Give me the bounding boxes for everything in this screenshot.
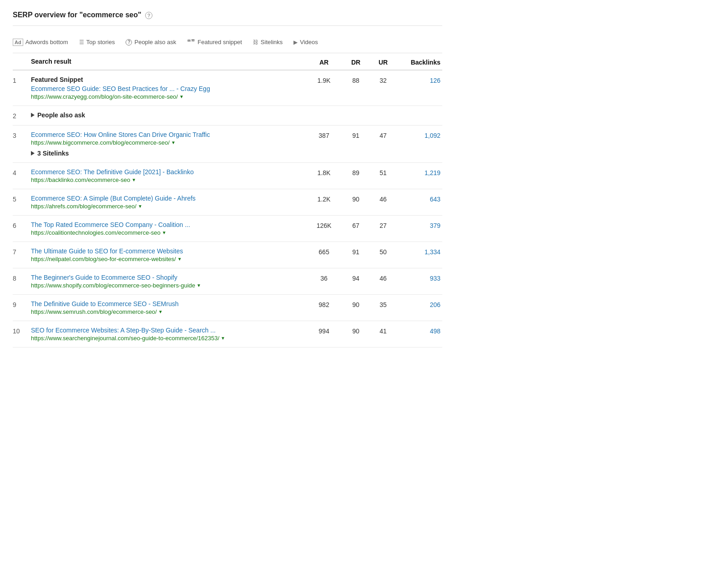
col-ar — [306, 111, 342, 112]
col-dr: 94 — [342, 274, 369, 282]
result-cell: Ecommerce SEO: The Definitive Guide [202… — [31, 168, 306, 183]
col-ur: 51 — [369, 168, 397, 176]
backlinks-link[interactable]: 379 — [430, 222, 440, 229]
header-search-result: Search result — [31, 58, 306, 66]
col-backlinks: 126 — [397, 76, 442, 84]
result-cell: Featured Snippet Ecommerce SEO Guide: SE… — [31, 76, 306, 100]
url-dropdown-icon[interactable]: ▼ — [197, 283, 201, 288]
col-ar: 126K — [306, 221, 342, 229]
url-dropdown-icon[interactable]: ▼ — [221, 336, 225, 341]
result-title-link[interactable]: Ecommerce SEO: A Simple (But Complete) G… — [31, 195, 306, 202]
people-also-ask-icon: ? — [126, 39, 132, 45]
filter-label-adwords: Adwords bottom — [25, 39, 68, 45]
url-dropdown-icon[interactable]: ▼ — [158, 309, 163, 314]
table-row: 6 The Top Rated Ecommerce SEO Company - … — [13, 216, 442, 242]
filter-sitelinks[interactable]: ⛓ Sitelinks — [253, 39, 283, 45]
backlinks-link[interactable]: 1,219 — [425, 169, 440, 176]
result-url: https://ahrefs.com/blog/ecommerce-seo/ ▼ — [31, 203, 306, 210]
col-backlinks: 206 — [397, 300, 442, 308]
table-row: 8 The Beginner's Guide to Ecommerce SEO … — [13, 268, 442, 295]
col-backlinks: 933 — [397, 274, 442, 282]
table-row: 7 The Ultimate Guide to SEO for E-commer… — [13, 242, 442, 268]
col-backlinks: 379 — [397, 221, 442, 229]
filters-bar: Ad Adwords bottom ☰ Top stories ? People… — [13, 33, 442, 53]
sitelinks-icon: ⛓ — [253, 39, 258, 45]
filter-adwords-bottom[interactable]: Ad Adwords bottom — [13, 39, 68, 46]
url-dropdown-icon[interactable]: ▼ — [131, 177, 136, 182]
row-num: 9 — [13, 300, 31, 308]
result-title-link[interactable]: The Beginner's Guide to Ecommerce SEO - … — [31, 274, 306, 281]
url-dropdown-icon[interactable]: ▼ — [138, 204, 142, 209]
backlinks-link[interactable]: 1,334 — [425, 248, 440, 256]
filter-videos[interactable]: ▶ Videos — [293, 39, 318, 45]
backlinks-link[interactable]: 206 — [430, 301, 440, 308]
header-backlinks: Backlinks — [397, 58, 442, 66]
col-backlinks: 643 — [397, 195, 442, 203]
col-ar: 982 — [306, 300, 342, 308]
result-title-link[interactable]: Ecommerce SEO Guide: SEO Best Practices … — [31, 85, 306, 92]
filter-label-videos: Videos — [300, 39, 318, 45]
result-cell: Ecommerce SEO: A Simple (But Complete) G… — [31, 195, 306, 210]
result-title-link[interactable]: SEO for Ecommerce Websites: A Step-By-St… — [31, 327, 306, 334]
filter-top-stories[interactable]: ☰ Top stories — [79, 39, 115, 45]
col-ur: 46 — [369, 195, 397, 203]
backlinks-link[interactable]: 933 — [430, 275, 440, 282]
col-dr: 91 — [342, 247, 369, 256]
table-row: 1 Featured Snippet Ecommerce SEO Guide: … — [13, 70, 442, 106]
col-ar: 36 — [306, 274, 342, 282]
col-dr: 67 — [342, 221, 369, 229]
help-icon[interactable]: ? — [145, 12, 152, 19]
col-ur — [369, 111, 397, 112]
result-cell: Ecommerce SEO: How Online Stores Can Dri… — [31, 131, 306, 157]
row-num: 8 — [13, 274, 31, 282]
result-cell: People also ask — [31, 111, 306, 119]
url-dropdown-icon[interactable]: ▼ — [179, 94, 184, 99]
page-title: SERP overview for "ecommerce seo" ? — [13, 11, 442, 26]
table-row: 4 Ecommerce SEO: The Definitive Guide [2… — [13, 163, 442, 189]
col-ur: 27 — [369, 221, 397, 229]
result-url: https://www.bigcommerce.com/blog/ecommer… — [31, 139, 306, 146]
paa-badge[interactable]: People also ask — [31, 111, 306, 119]
col-ur: 35 — [369, 300, 397, 308]
table-row: 3 Ecommerce SEO: How Online Stores Can D… — [13, 126, 442, 163]
col-backlinks: 1,334 — [397, 247, 442, 256]
filter-label-sitelinks: Sitelinks — [261, 39, 283, 45]
col-backlinks: 498 — [397, 327, 442, 335]
header-ar: AR — [306, 58, 342, 66]
backlinks-link[interactable]: 1,092 — [425, 132, 440, 139]
backlinks-link[interactable]: 498 — [430, 327, 440, 335]
row-num: 10 — [13, 327, 31, 335]
url-dropdown-icon[interactable]: ▼ — [177, 257, 182, 262]
result-title-link[interactable]: Ecommerce SEO: The Definitive Guide [202… — [31, 168, 306, 176]
result-cell: The Top Rated Ecommerce SEO Company - Co… — [31, 221, 306, 236]
col-backlinks: 1,092 — [397, 131, 442, 139]
url-dropdown-icon[interactable]: ▼ — [162, 230, 167, 235]
row-num: 2 — [13, 111, 31, 120]
backlinks-link[interactable]: 643 — [430, 196, 440, 203]
featured-snippet-badge: Featured Snippet — [31, 76, 306, 83]
result-title-link[interactable]: The Top Rated Ecommerce SEO Company - Co… — [31, 221, 306, 228]
row-num: 3 — [13, 131, 31, 139]
sitelinks-badge[interactable]: 3 Sitelinks — [31, 150, 306, 157]
result-cell: The Definitive Guide to Ecommerce SEO - … — [31, 300, 306, 315]
row-num: 1 — [13, 76, 31, 84]
result-url: https://neilpatel.com/blog/seo-for-ecomm… — [31, 256, 306, 262]
col-ar: 994 — [306, 327, 342, 335]
result-cell: SEO for Ecommerce Websites: A Step-By-St… — [31, 327, 306, 342]
filter-people-also-ask[interactable]: ? People also ask — [126, 39, 176, 45]
col-dr: 90 — [342, 327, 369, 335]
col-ur: 46 — [369, 274, 397, 282]
table-row: 5 Ecommerce SEO: A Simple (But Complete)… — [13, 189, 442, 216]
result-url: https://www.semrush.com/blog/ecommerce-s… — [31, 308, 306, 315]
backlinks-link[interactable]: 126 — [430, 77, 440, 84]
result-title-link[interactable]: Ecommerce SEO: How Online Stores Can Dri… — [31, 131, 306, 138]
col-ur: 32 — [369, 76, 397, 84]
filter-featured-snippet[interactable]: ❝❞ Featured snippet — [187, 38, 242, 46]
col-ar: 1.8K — [306, 168, 342, 176]
col-backlinks: 1,219 — [397, 168, 442, 176]
col-ar: 1.9K — [306, 76, 342, 84]
result-title-link[interactable]: The Definitive Guide to Ecommerce SEO - … — [31, 300, 306, 307]
result-title-link[interactable]: The Ultimate Guide to SEO for E-commerce… — [31, 247, 306, 255]
col-ar: 1.2K — [306, 195, 342, 203]
url-dropdown-icon[interactable]: ▼ — [171, 140, 176, 145]
